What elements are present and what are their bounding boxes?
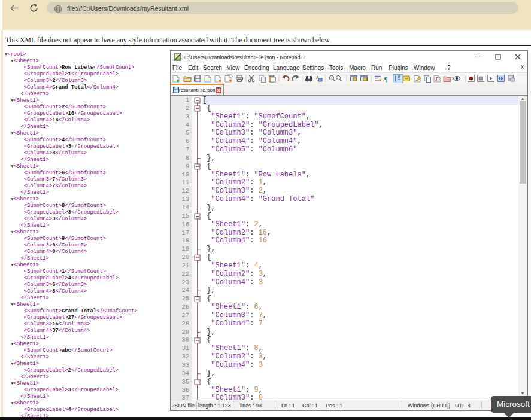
svg-text:+: + [330,76,332,80]
svg-text:¶: ¶ [384,75,388,83]
